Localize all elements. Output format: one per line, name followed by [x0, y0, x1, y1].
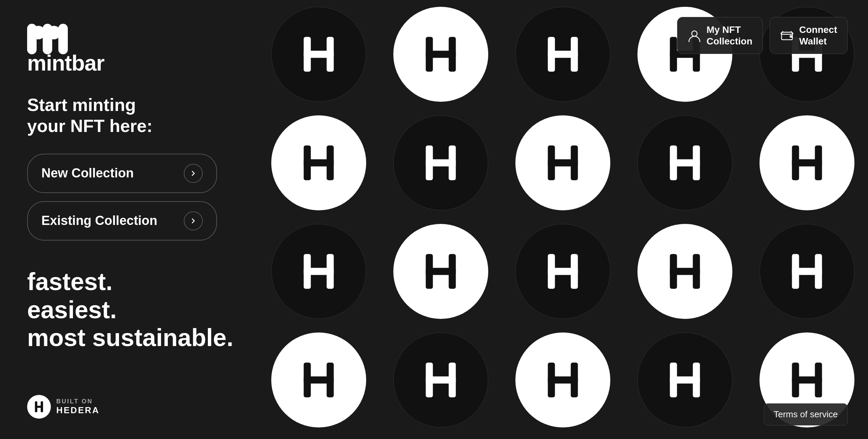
- my-nft-collection-button[interactable]: My NFT Collection: [677, 17, 763, 54]
- svg-rect-67: [670, 377, 700, 384]
- svg-rect-61: [426, 377, 456, 384]
- nft-coin: [637, 115, 732, 210]
- nft-grid-cell: [258, 434, 380, 439]
- nft-grid-cell: [502, 217, 624, 326]
- svg-rect-13: [304, 51, 334, 58]
- hedera-logo-circle: [27, 395, 51, 419]
- nft-coin: [515, 332, 610, 427]
- svg-rect-31: [426, 159, 456, 167]
- svg-rect-43: [304, 268, 334, 275]
- nft-coin: [271, 224, 366, 319]
- svg-point-7: [47, 26, 61, 39]
- svg-rect-34: [548, 159, 578, 167]
- arrow-circle-new: [184, 164, 203, 183]
- svg-rect-28: [304, 159, 334, 167]
- nft-grid-cell: [624, 109, 746, 217]
- nft-grid-cell: [502, 0, 624, 109]
- nft-coin: [637, 224, 732, 319]
- nft-grid-cell: [746, 434, 868, 439]
- nft-grid-cell: [746, 109, 868, 217]
- nft-coin: [271, 7, 366, 102]
- nft-grid: [258, 0, 868, 439]
- nft-grid-cell: [502, 434, 624, 439]
- nft-grid-cell: [258, 326, 380, 434]
- my-nft-label: My NFT Collection: [707, 24, 752, 47]
- svg-rect-58: [304, 377, 334, 384]
- connect-wallet-button[interactable]: Connect Wallet: [770, 17, 848, 54]
- hedera-h-icon: [32, 399, 46, 414]
- svg-rect-55: [792, 268, 822, 275]
- hedera-badge: BUILT ON HEDERA: [27, 395, 100, 419]
- svg-rect-5: [58, 24, 68, 54]
- nft-coin: [271, 332, 366, 427]
- nft-coin: [637, 332, 732, 427]
- wallet-icon: [780, 29, 794, 42]
- nft-coin: [760, 224, 854, 319]
- nft-coin: [393, 115, 488, 210]
- nft-grid-cell: [258, 0, 380, 109]
- svg-rect-70: [792, 377, 822, 384]
- svg-point-6: [32, 26, 45, 39]
- footer: BUILT ON HEDERA: [27, 395, 237, 419]
- connect-wallet-label: Connect Wallet: [799, 24, 837, 47]
- svg-rect-2: [790, 35, 792, 38]
- nft-grid-cell: [380, 109, 502, 217]
- new-collection-button[interactable]: New Collection: [27, 154, 217, 193]
- existing-collection-button[interactable]: Existing Collection: [27, 201, 217, 241]
- nft-coin: [515, 115, 610, 210]
- top-navigation: My NFT Collection Connect Wallet: [677, 17, 848, 54]
- nft-grid-cell: [502, 326, 624, 434]
- terms-of-service[interactable]: Terms of service: [764, 403, 848, 425]
- svg-rect-46: [426, 268, 456, 275]
- logo-container: mintbar: [27, 20, 237, 74]
- svg-rect-10: [35, 406, 43, 408]
- nft-grid-cell: [258, 217, 380, 326]
- arrow-circle-existing: [184, 211, 203, 230]
- svg-rect-40: [792, 159, 822, 167]
- svg-rect-19: [548, 51, 578, 58]
- hero-tagline: Start minting your NFT here:: [27, 94, 237, 137]
- svg-rect-37: [670, 159, 700, 167]
- hedera-label: BUILT ON HEDERA: [56, 398, 100, 416]
- svg-rect-49: [548, 268, 578, 275]
- svg-rect-52: [670, 268, 700, 275]
- nft-grid-cell: [502, 109, 624, 217]
- logo-icon: [27, 20, 68, 54]
- svg-rect-16: [426, 51, 456, 58]
- nft-coin: [760, 115, 854, 210]
- svg-rect-64: [548, 377, 578, 384]
- nft-coin: [393, 332, 488, 427]
- nft-grid-cell: [746, 217, 868, 326]
- nft-coin: [515, 224, 610, 319]
- nft-grid-cell: [380, 326, 502, 434]
- logo-wordmark: mintbar: [27, 52, 104, 74]
- nft-grid-cell: [624, 434, 746, 439]
- nft-coin: [393, 7, 488, 102]
- nft-coin: [271, 115, 366, 210]
- nft-grid-cell: [258, 109, 380, 217]
- left-panel: mintbar Start minting your NFT here: New…: [0, 0, 264, 439]
- nft-grid-cell: [624, 217, 746, 326]
- slogan: fastest. easiest. most sustainable.: [27, 268, 237, 352]
- user-icon: [688, 29, 701, 42]
- action-buttons: New Collection Existing Collection: [27, 154, 237, 241]
- nft-grid-cell: [624, 326, 746, 434]
- nft-grid-cell: [380, 217, 502, 326]
- nft-grid-cell: [746, 0, 868, 109]
- svg-point-0: [692, 31, 697, 36]
- nft-coin: [515, 7, 610, 102]
- nft-coin: [393, 224, 488, 319]
- chevron-right-icon-2: [189, 217, 197, 225]
- nft-grid-cell: [380, 434, 502, 439]
- nft-grid-cell: [380, 0, 502, 109]
- nft-grid-cell: [624, 0, 746, 109]
- chevron-right-icon: [189, 169, 197, 177]
